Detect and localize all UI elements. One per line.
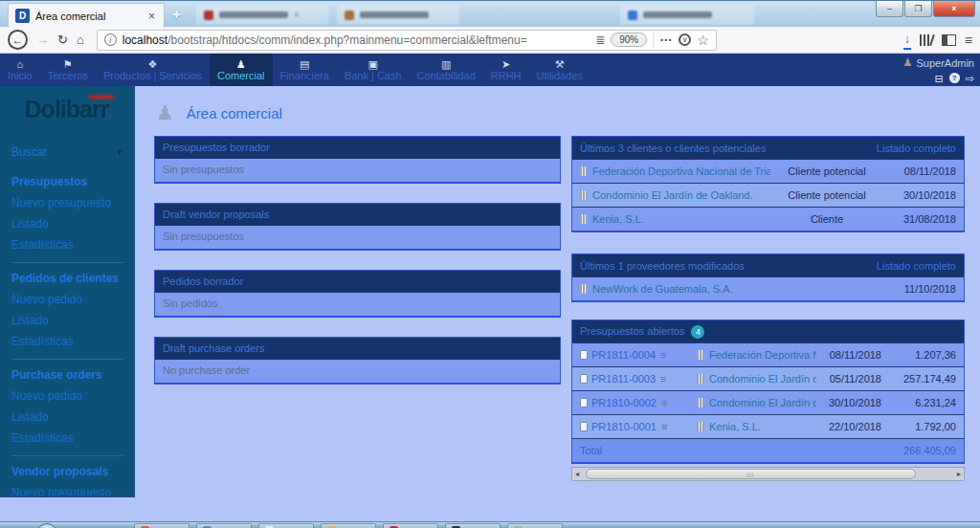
table-open-proposals: Presupuestos abiertos4 PR1811-0004≡ Fede…	[571, 319, 965, 464]
topmenu-item-productos[interactable]: ❖ Productos | Servicios	[96, 54, 210, 86]
document-icon	[580, 350, 588, 360]
downloads-button[interactable]: ↓	[903, 30, 911, 50]
lines-icon[interactable]: ≡	[661, 421, 667, 432]
scroll-left-icon[interactable]: ◂	[575, 471, 579, 478]
tab-close-icon[interactable]: ×	[146, 10, 157, 23]
forward-button[interactable]: →	[36, 33, 49, 46]
site-info-icon[interactable]: i	[104, 33, 117, 46]
pocket-icon[interactable]: ∨	[679, 33, 691, 46]
sidebar-item-listado-compras[interactable]: Listado	[11, 410, 133, 424]
lines-icon[interactable]: ≡	[661, 397, 667, 408]
topmenu-item-terceros[interactable]: ⚑ Terceros	[40, 54, 96, 86]
horizontal-scrollbar[interactable]: ◂ ||| ▸	[571, 467, 965, 481]
topmenu-item-contabilidad[interactable]: ▥ Contabilidad	[410, 54, 483, 86]
new-tab-button[interactable]: +	[172, 6, 181, 22]
taskbar-button[interactable]	[258, 523, 314, 528]
proposal-ref-link[interactable]: PR1811-0003≡	[580, 373, 697, 385]
lines-icon[interactable]: ≡	[660, 373, 666, 385]
company-icon	[697, 398, 704, 407]
menu-hamburger-icon[interactable]: ≡	[965, 33, 972, 48]
topmenu-item-utilidades[interactable]: ⚒ Utilidades	[529, 54, 590, 86]
sidebar-item-nuevo-presupuesto[interactable]: Nuevo presupuesto	[11, 196, 133, 209]
background-tab[interactable]: ×	[196, 5, 328, 25]
print-icon[interactable]: ⊟	[935, 74, 944, 83]
topmenu-item-rrhh[interactable]: ➤ RRHH	[483, 54, 529, 86]
sidebar-search[interactable]: Buscar ▾	[0, 138, 133, 165]
company-link[interactable]: Federación Deportiva Nacional de Triatló…	[580, 165, 770, 177]
sidebar-toggle-icon[interactable]	[942, 34, 956, 46]
taskbar-button[interactable]	[134, 523, 189, 528]
topmenu-item-financiera[interactable]: ▤ Financiera	[273, 54, 337, 86]
company-link[interactable]: Condominio El Jardín de Oakland.	[580, 189, 770, 201]
taskbar-button[interactable]	[321, 523, 376, 528]
reader-mode-icon[interactable]: ≣	[595, 33, 605, 47]
sidebar-item-estadisticas-pedidos[interactable]: Estadísticas	[11, 335, 133, 348]
start-button[interactable]	[36, 523, 57, 528]
back-button[interactable]: ←	[8, 30, 28, 50]
chevron-down-icon[interactable]: ▾	[117, 147, 122, 157]
company-icon	[580, 284, 588, 294]
company-link[interactable]: Condominio El Jardín de Oakland.	[697, 373, 816, 385]
proposal-ref-link[interactable]: PR1810-0002≡	[580, 397, 697, 408]
company-link[interactable]: NewWork de Guatemala, S.A.	[580, 283, 883, 295]
products-icon: ❖	[148, 58, 158, 70]
background-tab[interactable]	[620, 5, 754, 25]
refresh-button[interactable]: ↻	[57, 33, 68, 46]
sidebar-item-estadisticas-compras[interactable]: Estadísticas	[11, 431, 133, 445]
full-list-link[interactable]: Listado completo	[877, 260, 956, 272]
page-actions-icon[interactable]: ⋯	[659, 33, 673, 47]
sidebar-section-pedidos-clientes[interactable]: Pedidos de clientes	[11, 272, 133, 285]
scroll-right-icon[interactable]: ▸	[957, 471, 961, 478]
proposal-ref-link[interactable]: PR1811-0004≡	[580, 349, 697, 361]
table-row: PR1811-0003≡ Condominio El Jardín de Oak…	[572, 366, 964, 390]
sidebar-section-vendor-proposals[interactable]: Vendor proposals	[11, 465, 133, 478]
library-icon[interactable]	[920, 34, 933, 46]
logout-icon[interactable]: ⇨	[966, 74, 974, 83]
sidebar-item-nuevo-presupuesto-proveedor[interactable]: Nuevo presupuesto	[11, 486, 133, 497]
scrollbar-thumb[interactable]: |||	[586, 469, 916, 479]
home-button[interactable]: ⌂	[77, 33, 84, 46]
dolibarr-topmenu: ⌂ Inicio ⚑ Terceros ❖ Productos | Servic…	[0, 54, 980, 86]
taskbar-button[interactable]	[507, 523, 563, 528]
sidebar-section-purchase-orders[interactable]: Purchase orders	[11, 368, 133, 382]
company-link[interactable]: Federación Deportiva Nacional de Triatló…	[697, 349, 816, 361]
browser-tab-active[interactable]: D Área comercial ×	[8, 3, 165, 28]
sidebar-item-nuevo-pedido[interactable]: Nuevo pedido	[11, 293, 133, 306]
sidebar-item-listado-pedidos[interactable]: Listado	[11, 314, 133, 327]
company-link[interactable]: Condominio El Jardín de Oakland.	[697, 397, 816, 408]
full-list-link[interactable]: Listado completo	[877, 143, 956, 154]
background-tab[interactable]	[337, 5, 459, 25]
minimize-button[interactable]: –	[876, 1, 903, 17]
sidebar-item-nuevo-pedido-compra[interactable]: Nuevo pedido	[11, 389, 133, 403]
close-button[interactable]: ×	[933, 1, 975, 17]
bookmark-star-icon[interactable]: ☆	[697, 33, 709, 48]
help-icon[interactable]: ?	[949, 73, 960, 83]
topmenu-item-comercial[interactable]: ♟ Comercial	[210, 54, 273, 86]
right-column: Últimos 3 clientes o clientes potenciale…	[571, 136, 965, 481]
box-empty-message: No purchase order	[155, 360, 560, 383]
taskbar-button[interactable]	[445, 523, 501, 528]
user-menu[interactable]: ♟ SuperAdmin	[903, 56, 974, 69]
lines-icon[interactable]: ≡	[660, 349, 666, 361]
taskbar-button[interactable]	[196, 523, 252, 528]
taskbar-button[interactable]	[383, 523, 438, 528]
maximize-button[interactable]: ❐	[904, 1, 932, 17]
company-icon	[580, 214, 588, 224]
sidebar-item-listado-presupuestos[interactable]: Listado	[11, 217, 133, 231]
company-link[interactable]: Kenia, S.L.	[580, 213, 770, 225]
dev-version-badge	[89, 95, 114, 99]
company-link[interactable]: Kenia, S.L.	[697, 421, 816, 432]
zoom-level-badge[interactable]: 90%	[611, 33, 647, 47]
url-bar[interactable]: i localhost/bootstrap/htdocs/comm/index.…	[97, 30, 717, 51]
topmenu-item-bank[interactable]: ▣ Bank | Cash	[337, 54, 410, 86]
row-date: 22/10/2018	[816, 421, 881, 432]
proposal-ref-link[interactable]: PR1810-0001≡	[580, 421, 697, 432]
sidebar-item-estadisticas-presupuestos[interactable]: Estadísticas	[11, 238, 133, 252]
topmenu-item-inicio[interactable]: ⌂ Inicio	[0, 54, 40, 86]
box-draft-purchase-orders: Draft purchase orders No purchase order	[154, 337, 561, 385]
sidebar-section-presupuestos[interactable]: Presupuestos	[11, 175, 133, 188]
row-date: 08/11/2018	[883, 165, 956, 177]
box-empty-message: Sin pedidos	[155, 293, 560, 316]
main-area: Dolibarr Buscar ▾ Presupuestos Nuevo pre…	[0, 86, 980, 521]
background-tab-close-icon[interactable]: ×	[294, 10, 300, 20]
